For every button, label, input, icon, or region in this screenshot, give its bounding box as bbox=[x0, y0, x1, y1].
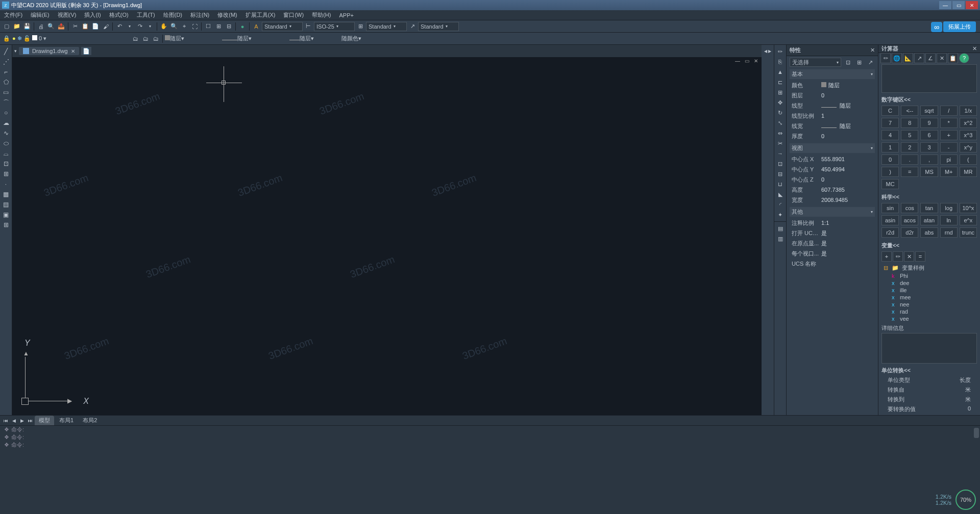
property-row[interactable]: UCS 名称 bbox=[790, 259, 875, 269]
property-value[interactable]: 0 bbox=[819, 92, 875, 98]
property-group-header[interactable]: 视图▾ bbox=[790, 143, 875, 153]
draworder-icon[interactable]: ▤ bbox=[775, 224, 786, 233]
calc-key-1[interactable]: 1 bbox=[881, 142, 899, 152]
move-icon[interactable]: ✥ bbox=[775, 98, 786, 107]
color-dropdown[interactable]: 随层▾ bbox=[165, 35, 221, 42]
menu-draw[interactable]: 绘图(D) bbox=[159, 11, 186, 19]
property-row[interactable]: 厚度0 bbox=[790, 131, 875, 141]
maximize-button[interactable]: ▭ bbox=[952, 1, 965, 9]
calc-key-*[interactable]: * bbox=[940, 118, 958, 128]
calc-key-log[interactable]: log bbox=[940, 203, 958, 213]
get-angle-icon[interactable]: ∠ bbox=[925, 53, 936, 63]
fillet-icon[interactable]: ◜ bbox=[775, 200, 786, 209]
toggle-pickadd-icon[interactable]: ↗ bbox=[866, 58, 875, 67]
calc-key-x^y[interactable]: x^y bbox=[960, 142, 977, 152]
calc-key-)[interactable]: ) bbox=[881, 167, 899, 177]
property-row[interactable]: 宽度2008.9485 bbox=[790, 195, 875, 205]
hatch-icon[interactable]: ▦ bbox=[1, 190, 11, 199]
open-icon[interactable]: 📁 bbox=[12, 22, 21, 31]
calc-key-=[interactable]: = bbox=[901, 167, 918, 177]
property-row[interactable]: 线宽随层 bbox=[790, 121, 875, 131]
break-at-point-icon[interactable]: ⊡ bbox=[775, 159, 786, 168]
property-value[interactable]: 555.8901 bbox=[819, 156, 875, 162]
redo-dropdown-icon[interactable]: ▾ bbox=[145, 22, 155, 31]
calc-key-M+[interactable]: M+ bbox=[940, 167, 958, 177]
property-value[interactable]: 是 bbox=[819, 229, 875, 237]
calc-key-.[interactable]: . bbox=[901, 155, 918, 165]
var-item[interactable]: xnee bbox=[881, 301, 977, 308]
calc-key-4[interactable]: 4 bbox=[881, 130, 899, 140]
circle-icon[interactable]: ○ bbox=[1, 108, 11, 117]
get-distance-icon[interactable]: ↗ bbox=[914, 53, 924, 63]
unit-row[interactable]: 转换自米 bbox=[881, 385, 977, 395]
region-icon[interactable]: ▣ bbox=[1, 210, 11, 219]
ellipse-arc-icon[interactable]: ⌓ bbox=[1, 149, 11, 158]
property-row[interactable]: 在原点显...是 bbox=[790, 238, 875, 248]
viewport-minimize-icon[interactable]: — bbox=[734, 58, 741, 64]
help-icon[interactable]: ? bbox=[959, 53, 969, 63]
tab-first-icon[interactable]: ⏮ bbox=[2, 417, 9, 424]
menu-tools[interactable]: 工具(T) bbox=[133, 11, 159, 19]
line-icon[interactable]: ╱ bbox=[1, 47, 11, 56]
menu-file[interactable]: 文件(F) bbox=[0, 11, 27, 19]
scrollbar-thumb[interactable] bbox=[974, 428, 979, 438]
calc-key-x^2[interactable]: x^2 bbox=[960, 118, 977, 128]
model-tab[interactable]: 模型 bbox=[35, 416, 54, 425]
chamfer-icon[interactable]: ◣ bbox=[775, 190, 786, 199]
menu-edit[interactable]: 编辑(E) bbox=[27, 11, 54, 19]
scale-icon[interactable]: ⤡ bbox=[775, 118, 786, 127]
copy-icon[interactable]: 📋 bbox=[81, 22, 90, 31]
print-preview-icon[interactable]: 🔍 bbox=[46, 22, 56, 31]
calc-key-MS[interactable]: MS bbox=[920, 167, 938, 177]
layout-tab-2[interactable]: 布局2 bbox=[79, 416, 101, 425]
property-value[interactable]: 1:1 bbox=[819, 220, 875, 226]
calc-key-pi[interactable]: pi bbox=[940, 155, 958, 165]
match-properties-icon[interactable]: 🖌 bbox=[101, 22, 110, 31]
var-tree-root[interactable]: ⊟📁变量样例 bbox=[881, 264, 977, 272]
array-icon[interactable]: ⊞ bbox=[775, 88, 786, 97]
paste-value-icon[interactable]: 📋 bbox=[948, 53, 958, 63]
table-icon[interactable]: ⊞ bbox=[1, 220, 11, 229]
var-calc-icon[interactable]: = bbox=[915, 251, 925, 262]
undo-icon[interactable]: ↶ bbox=[115, 22, 124, 31]
construction-line-icon[interactable]: ⋰ bbox=[1, 57, 11, 66]
calc-key-e^x[interactable]: e^x bbox=[960, 215, 977, 225]
pan-icon[interactable]: ✋ bbox=[159, 22, 168, 31]
calc-key-asin[interactable]: asin bbox=[881, 215, 899, 225]
var-item[interactable]: xmee bbox=[881, 294, 977, 301]
property-group-header[interactable]: 基本▾ bbox=[790, 69, 875, 79]
menu-format[interactable]: 格式(O) bbox=[105, 11, 133, 19]
stretch-icon[interactable]: ⇔ bbox=[775, 128, 786, 138]
text-style-dropdown[interactable]: Standard▾ bbox=[262, 22, 303, 31]
layout-tab-1[interactable]: 布局1 bbox=[55, 416, 78, 425]
close-panel-icon[interactable]: ✕ bbox=[972, 45, 977, 52]
calc-key-rnd[interactable]: rnd bbox=[940, 227, 958, 238]
calc-key-x^3[interactable]: x^3 bbox=[960, 130, 977, 140]
calc-key-d2r[interactable]: d2r bbox=[901, 227, 918, 238]
property-row[interactable]: 图层0 bbox=[790, 90, 875, 100]
unit-row[interactable]: 单位类型长度 bbox=[881, 375, 977, 385]
layer-dropdown[interactable]: ● ❄ 🔓 0 ▾ bbox=[12, 35, 130, 42]
property-row[interactable]: 中心点 X555.8901 bbox=[790, 154, 875, 164]
revision-cloud-icon[interactable]: ☁ bbox=[1, 118, 11, 127]
tab-dropdown-icon[interactable]: ▾ bbox=[14, 48, 17, 54]
property-group-header[interactable]: 其他▾ bbox=[790, 207, 875, 217]
viewport-maximize-icon[interactable]: ▭ bbox=[743, 58, 750, 64]
draworder2-icon[interactable]: ▥ bbox=[775, 234, 786, 243]
tool-palette-icon[interactable]: ⊟ bbox=[224, 22, 233, 31]
spline-icon[interactable]: ∿ bbox=[1, 128, 11, 138]
get-intersect-icon[interactable]: ✕ bbox=[937, 53, 947, 63]
cmd-handle-icon[interactable]: ❖ bbox=[4, 442, 9, 448]
var-details-label[interactable]: 详细信息 bbox=[881, 323, 977, 333]
menu-insert[interactable]: 插入(I) bbox=[80, 11, 105, 19]
calc-key-acos[interactable]: acos bbox=[901, 215, 918, 225]
upload-cta[interactable]: ∞ 拓展上传 bbox=[931, 21, 976, 32]
calc-key-6[interactable]: 6 bbox=[920, 130, 938, 140]
calc-key-abs[interactable]: abs bbox=[920, 227, 938, 238]
explode-icon[interactable]: ✦ bbox=[775, 210, 786, 219]
redo-icon[interactable]: ↷ bbox=[135, 22, 144, 31]
dim-style-dropdown[interactable]: ISO-25▾ bbox=[314, 22, 355, 31]
select-objects-icon[interactable]: ⊞ bbox=[854, 58, 864, 67]
layer-states-icon[interactable]: 🗂 bbox=[141, 34, 150, 43]
calc-key-9[interactable]: 9 bbox=[920, 118, 938, 128]
